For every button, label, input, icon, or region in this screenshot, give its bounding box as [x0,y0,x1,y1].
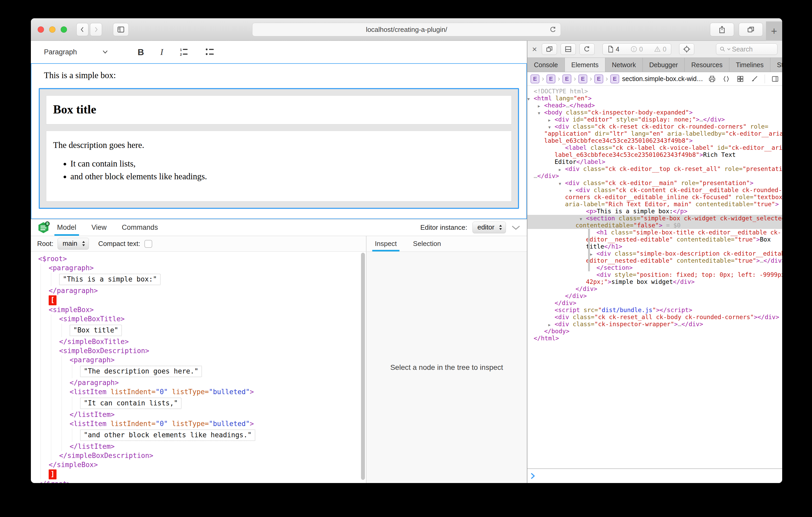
tree-node[interactable]: </listItem> [31,442,360,451]
description-paragraph[interactable]: The description goes here. [53,140,504,150]
element-crumb[interactable]: E [578,74,587,83]
selected-element-crumb[interactable]: section.simple-box.ck-wid… [622,75,703,83]
source-line[interactable]: <div class="ck ck-reset_all ck-body ck-r… [527,314,782,321]
tree-node[interactable]: <simpleBoxDescription> [31,346,360,356]
numbered-list-button[interactable]: 12 [178,47,190,57]
devtools-tab-storage[interactable]: Storage [771,58,782,72]
text-node[interactable]: "Box title" [69,325,122,336]
details-sidebar-icon[interactable] [771,75,779,83]
devtools-tab-network[interactable]: Network [605,58,643,72]
source-line[interactable]: <p>This is a simple box:</p> [527,208,782,215]
text-node[interactable]: "It can contain lists," [80,398,181,409]
simple-box-widget[interactable]: Box title The description goes here. It … [39,88,519,209]
address-bar[interactable]: localhost/creating-a-plugin/ [252,23,561,36]
reload-page-button[interactable] [579,43,594,55]
list-item[interactable]: It can contain lists, [70,159,504,169]
disclosure-open-icon[interactable]: ▼ [548,124,551,131]
text-node[interactable]: "This is a simple box:" [59,274,161,285]
source-line[interactable]: ▶<div class="ck ck-editor__top ck-reset_… [527,165,782,173]
styles-brush-icon[interactable] [751,75,758,83]
tree-node[interactable]: [ [31,295,360,305]
tree-node[interactable]: <listItem listIndent="0" listType="bulle… [31,387,360,396]
tab-view[interactable]: View [90,219,108,236]
source-line[interactable]: ▼<div class="ck ck-editor__main" role="p… [527,180,782,187]
text-node[interactable]: "and other block elements like headings.… [80,429,255,441]
tab-selection[interactable]: Selection [412,236,442,251]
devtools-tab-debugger[interactable]: Debugger [643,58,685,72]
disclosure-open-icon[interactable]: ▼ [559,180,561,187]
devtools-tab-timelines[interactable]: Timelines [729,58,771,72]
description-list[interactable]: It can contain lists,and other block ele… [53,159,504,181]
source-line[interactable]: title</h1> [527,243,782,250]
source-line[interactable]: Editor</label> [527,158,782,165]
element-crumb[interactable]: E [530,74,540,83]
editor-paragraph[interactable]: This is a simple box: [44,70,526,80]
simple-box-description[interactable]: The description goes here. It can contai… [46,131,512,202]
minimize-window-button[interactable] [49,26,55,33]
element-picker-button[interactable] [679,43,694,55]
bulleted-list-button[interactable] [205,47,215,57]
source-line[interactable]: <script src="dist/bundle.js"></script> [527,307,782,314]
tab-inspect[interactable]: Inspect [374,236,398,251]
source-line[interactable]: …</div> [527,173,782,180]
tree-node[interactable]: <$root> [31,254,360,264]
disclosure-open-icon[interactable]: ▼ [538,110,540,117]
source-line[interactable]: ▼<body class="ck-inspector-body-expanded… [527,109,782,116]
box-title-heading[interactable]: Box title [53,102,504,116]
tree-node[interactable]: <listItem listIndent="0" listType="bulle… [31,419,360,428]
source-line[interactable]: </body> [527,328,782,335]
source-line[interactable]: </html> [527,335,782,342]
disclosure-closed-icon[interactable]: ▶ [590,251,592,258]
source-line[interactable]: </div> [527,293,782,300]
source-line[interactable]: ▼<section class="simple-box ck-widget ck… [527,215,782,222]
simple-box-title[interactable]: Box title [46,95,512,124]
disclosure-closed-icon[interactable]: ▶ [538,103,540,110]
tree-node[interactable]: <paragraph> [31,264,360,273]
disclosure-open-icon[interactable]: ▼ [569,187,572,194]
source-line[interactable]: editor__nested-editable" contenteditable… [527,236,782,243]
source-line[interactable]: aria-label="Rich Text Editor, main" cont… [527,201,782,208]
tree-node[interactable]: ] [31,469,360,479]
disclosure-open-icon[interactable]: ▼ [580,216,582,223]
source-line[interactable]: <label class="ck ck-label ck-voice-label… [527,144,782,151]
tab-commands[interactable]: Commands [121,219,159,236]
source-line[interactable]: "application" dir="ltr" lang="en" aria-l… [527,130,782,137]
source-line[interactable]: contenteditable="false"> = $0 [527,222,782,229]
italic-button[interactable]: I [161,47,163,57]
source-line[interactable]: ▼<div class="ck ck-content ck-editor__ed… [527,187,782,194]
new-tab-button[interactable]: + [766,22,782,41]
chevron-down-icon[interactable] [102,50,108,54]
source-line[interactable]: corners ck-editor__editable_inline ck-fo… [527,194,782,201]
source-line[interactable]: <!DOCTYPE html> [527,88,782,95]
source-line[interactable]: <h1 class="simple-box-title ck-editor__e… [527,229,782,236]
tree-node[interactable]: <simpleBox> [31,305,360,314]
tree-node[interactable]: </simpleBoxDescription> [31,451,360,460]
source-line[interactable]: ▶<head>…</head> [527,102,782,109]
collapse-inspector-chevron-icon[interactable] [511,225,521,230]
close-devtools-button[interactable]: × [532,45,537,53]
tree-node[interactable]: "It can contain lists," [31,396,360,410]
source-code-icon[interactable] [722,75,730,83]
text-node[interactable]: "The description goes here." [80,366,202,377]
source-line[interactable]: ▶<div class="simple-box-description ck-e… [527,250,782,257]
tree-node[interactable]: </$root> [31,479,360,483]
element-crumb[interactable]: E [594,74,603,83]
close-window-button[interactable] [38,26,44,33]
devtools-tab-console[interactable]: Console [527,58,565,72]
tree-node[interactable]: </simpleBoxTitle> [31,337,360,346]
share-button[interactable] [710,23,734,36]
source-line[interactable]: 42px;">simple box widget</div> [527,278,782,285]
tree-node[interactable]: "and other block elements like headings.… [31,428,360,442]
source-line[interactable]: editor__nested-editable" contenteditable… [527,257,782,264]
forward-button[interactable] [90,23,102,36]
print-styles-icon[interactable] [708,75,716,83]
tree-scrollbar[interactable] [360,252,366,483]
disclosure-open-icon[interactable]: ▼ [527,96,530,103]
tab-model[interactable]: Model [56,219,78,236]
tree-node[interactable]: <simpleBoxTitle> [31,314,360,324]
disclosure-closed-icon[interactable]: ▶ [559,166,561,173]
editor-editable-area[interactable]: This is a simple box: Box title The desc… [31,63,527,219]
zoom-window-button[interactable] [61,26,67,33]
tree-node[interactable]: </paragraph> [31,286,360,295]
source-line[interactable]: </div> [527,300,782,307]
